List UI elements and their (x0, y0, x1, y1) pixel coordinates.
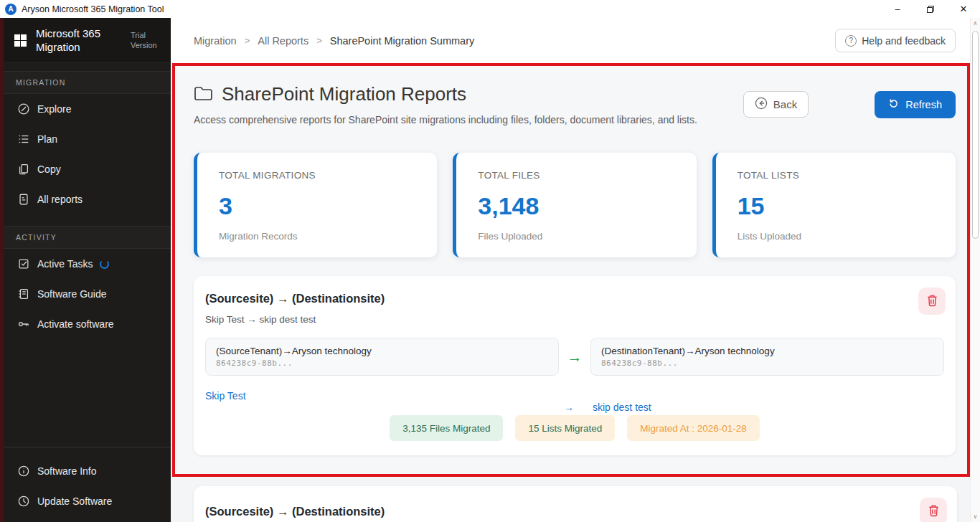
stat-sublabel: Files Uploaded (478, 231, 674, 242)
record-subtitle: Skip Test → skip dest test (205, 314, 944, 325)
stat-value: 3,148 (478, 194, 674, 218)
source-tenant-name: (SourceTenant)→Aryson technology (216, 346, 548, 356)
sidebar-item-update-software[interactable]: Update Software (0, 486, 171, 516)
link-arrow-icon: → (564, 402, 574, 413)
ms-grid-icon (14, 34, 27, 47)
sidebar-item-label: All reports (37, 194, 83, 205)
source-site-link[interactable]: Skip Test (205, 390, 246, 402)
stat-value: 3 (219, 194, 415, 218)
scrollbar-thumb[interactable] (972, 31, 979, 239)
help-and-feedback-button[interactable]: ? Help and feedback (835, 29, 956, 52)
sidebar-item-software-info[interactable]: Software Info (0, 456, 171, 486)
source-tenant-id: 864238c9-88b... (216, 359, 548, 368)
sidebar-item-label: Update Software (37, 495, 112, 507)
destination-tenant-id: 864238c9-88b... (601, 359, 933, 368)
sidebar-item-explore[interactable]: Explore (0, 94, 171, 124)
breadcrumb-separator: > (245, 35, 250, 46)
key-icon (17, 318, 30, 331)
trial-version-badge: Trial Version (131, 30, 162, 51)
sidebar-item-software-guide[interactable]: Software Guide (0, 279, 171, 309)
sidebar-item-label: Explore (37, 103, 71, 115)
sidebar: Microsoft 365 Migration Trial Version MI… (0, 18, 171, 522)
stat-label: TOTAL LISTS (738, 170, 934, 181)
stat-card-total-files: TOTAL FILES 3,148 Files Uploaded (453, 153, 696, 257)
stat-sublabel: Lists Uploaded (738, 231, 934, 242)
scroll-up-icon[interactable]: ∧ (971, 18, 980, 29)
stat-label: TOTAL FILES (478, 170, 674, 181)
sidebar-item-all-reports[interactable]: All reports (0, 184, 171, 214)
breadcrumb-item-current: SharePoint Migration Summary (330, 35, 474, 47)
site-links-row: Skip Test → skip dest test (205, 390, 944, 404)
breadcrumb-separator: > (316, 35, 322, 46)
window-title: Aryson Microsoft 365 Migration Tool (22, 4, 164, 14)
destination-site-link[interactable]: skip dest test (593, 402, 651, 413)
tasks-check-icon (17, 257, 30, 270)
refresh-button[interactable]: Refresh (875, 91, 956, 118)
question-icon: ? (845, 35, 857, 47)
migration-record-card: (Sourcesite) → (Destinationsite) (194, 486, 957, 522)
topbar: Migration > All Reports > SharePoint Mig… (171, 18, 970, 63)
scroll-down-icon[interactable]: ∨ (971, 511, 980, 522)
back-label: Back (773, 98, 797, 110)
plan-list-icon (17, 133, 30, 146)
delete-record-button[interactable] (920, 498, 947, 522)
close-button[interactable]: ✕ (947, 0, 980, 18)
record-title: (Sourcesite) → (Destinationsite) (205, 505, 946, 518)
stat-value: 15 (738, 194, 934, 218)
sidebar-item-active-tasks[interactable]: Active Tasks (0, 249, 171, 279)
help-button-label: Help and feedback (862, 35, 946, 47)
copy-icon (17, 163, 30, 176)
sidebar-item-label: Software Info (37, 465, 97, 477)
stat-sublabel: Migration Records (219, 231, 415, 242)
back-arrow-icon (755, 97, 768, 112)
app-logo-icon: A (5, 4, 17, 15)
migration-record-card: (Sourcesite) → (Destinationsite) Skip Te… (194, 276, 956, 455)
section-label-activity: ACTIVITY (0, 226, 171, 249)
sidebar-item-label: Copy (37, 163, 61, 175)
scrollbar[interactable]: ∧ ∨ (970, 18, 980, 522)
migrated-at-badge: Migrated At : 2026-01-28 (627, 415, 760, 441)
stats-row: TOTAL MIGRATIONS 3 Migration Records TOT… (194, 153, 956, 257)
sidebar-item-label: Plan (37, 133, 57, 145)
sidebar-item-activate-software[interactable]: Activate software (0, 309, 171, 339)
guide-icon (17, 288, 30, 300)
window-edge-strip (0, 18, 4, 522)
source-tenant-box: (SourceTenant)→Aryson technology 864238c… (205, 338, 559, 376)
minimize-button[interactable]: – (881, 0, 914, 18)
stat-label: TOTAL MIGRATIONS (219, 170, 415, 181)
sidebar-brand: Microsoft 365 Migration Trial Version (0, 18, 171, 63)
refresh-icon (888, 98, 899, 111)
section-label-migration: MIGRATION (0, 71, 171, 94)
destination-tenant-name: (DestinationTenant)→Aryson technology (601, 346, 933, 356)
badges-row: 3,135 Files Migrated 15 Lists Migrated M… (205, 415, 944, 441)
stat-card-total-lists: TOTAL LISTS 15 Lists Uploaded (712, 153, 956, 257)
titlebar: A Aryson Microsoft 365 Migration Tool – … (0, 0, 980, 18)
refresh-label: Refresh (905, 99, 942, 110)
tenant-row: (SourceTenant)→Aryson technology 864238c… (205, 338, 944, 376)
clock-icon (17, 495, 30, 508)
files-migrated-badge: 3,135 Files Migrated (390, 415, 503, 441)
breadcrumb-item-migration[interactable]: Migration (194, 35, 237, 47)
stat-card-total-migrations: TOTAL MIGRATIONS 3 Migration Records (194, 153, 437, 257)
restore-button[interactable] (914, 0, 947, 18)
sidebar-item-label: Active Tasks (37, 258, 93, 270)
brand-title: Microsoft 365 Migration (36, 27, 113, 54)
flow-arrow-icon: → (559, 348, 590, 366)
destination-tenant-box: (DestinationTenant)→Aryson technology 86… (590, 338, 944, 376)
lists-migrated-badge: 15 Lists Migrated (515, 415, 615, 441)
sidebar-item-label: Activate software (37, 318, 114, 330)
back-button[interactable]: Back (743, 91, 809, 118)
info-icon (17, 465, 30, 478)
compass-icon (17, 103, 30, 115)
sidebar-item-label: Software Guide (37, 288, 107, 300)
sidebar-item-copy[interactable]: Copy (0, 154, 171, 184)
sidebar-footer: Software Info Update Software (0, 447, 171, 522)
sidebar-item-plan[interactable]: Plan (0, 124, 171, 154)
delete-record-button[interactable] (918, 288, 946, 315)
app-window: A Aryson Microsoft 365 Migration Tool – … (0, 0, 980, 522)
breadcrumb-item-all-reports[interactable]: All Reports (258, 35, 308, 47)
folder-icon (194, 85, 213, 104)
page-title: SharePoint Migration Reports (222, 83, 466, 105)
breadcrumb: Migration > All Reports > SharePoint Mig… (194, 35, 474, 47)
report-header: SharePoint Migration Reports Access comp… (194, 83, 956, 125)
